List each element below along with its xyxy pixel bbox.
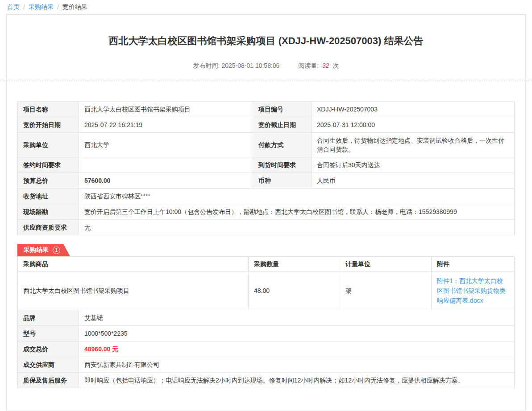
- detail-label-deal-price: 成交总价: [18, 341, 79, 357]
- info-value-bid-start: 2025-07-22 16:21:19: [79, 117, 253, 133]
- breadcrumb-purchase-results-link[interactable]: 采购结果: [29, 3, 54, 11]
- purchase-result-table: 采购商品 采购数量 计量单位 附件 西北大学太白校区图书馆书架采购项目 48.0…: [17, 256, 515, 310]
- info-value-payment: 合同生效后，待货物到达指定地点、安装调试验收合格后，一次性付清合同货款。: [312, 133, 515, 157]
- detail-value-warranty: 即时响应（包括电话响应）；电话响应无法解决2小时内到达现场。修复时间12小时内解…: [79, 373, 515, 388]
- info-label-budget: 预算总价: [18, 173, 79, 189]
- info-value-project-no: XDJJ-HW-202507003: [312, 102, 515, 117]
- info-label-purchaser: 采购单位: [18, 133, 79, 157]
- table-row: 成交总价 48960.00 元: [18, 341, 515, 357]
- result-col-attachment: 附件: [432, 257, 515, 271]
- table-row: 预算总价 57600.00 币种 人民币: [18, 173, 515, 189]
- table-row: 采购单位 西北大学 付款方式 合同生效后，待货物到达指定地点、安装调试验收合格后…: [18, 133, 515, 157]
- purchase-result-badge: 采购结果 1: [17, 244, 70, 256]
- info-label-delivery-time: 到货时间要求: [253, 157, 312, 173]
- breadcrumb-current: 竞价结果: [62, 3, 87, 11]
- info-label-currency: 币种: [253, 173, 312, 189]
- breadcrumb-separator: /: [23, 4, 25, 11]
- result-col-unit: 计量单位: [340, 257, 432, 271]
- info-label-bid-end: 竞价截止日期: [253, 117, 312, 133]
- table-row: 成交供应商 西安弘新家具制造有限公司: [18, 357, 515, 373]
- table-row: 签约时间要求 到货时间要求 合同签订后30天内送达: [18, 157, 515, 173]
- table-row: 竞价开始日期 2025-07-22 16:21:19 竞价截止日期 2025-0…: [18, 117, 515, 133]
- page-title: 西北大学太白校区图书馆书架采购项目 (XDJJ-HW-202507003) 结果…: [44, 35, 488, 47]
- deal-price-amount: 48960.00: [84, 345, 110, 353]
- result-col-quantity: 采购数量: [249, 257, 340, 271]
- deal-price-unit: 元: [112, 345, 118, 353]
- table-row: 西北大学太白校区图书馆书架采购项目 48.00 架 附件1：西北大学太白校区图书…: [18, 271, 515, 310]
- dashed-divider: [0, 81, 532, 81]
- info-value-bid-end: 2025-07-31 12:00:00: [312, 117, 515, 133]
- info-label-address: 收货地址: [18, 189, 79, 204]
- table-row: 品牌 艾基锘: [18, 310, 515, 326]
- result-product: 西北大学太白校区图书馆书架采购项目: [18, 271, 249, 310]
- detail-label-warranty: 质保及售后服务: [18, 373, 79, 388]
- info-label-payment: 付款方式: [253, 133, 312, 157]
- purchase-result-badge-label: 采购结果: [24, 246, 49, 254]
- info-value-budget: 57600.00: [79, 173, 253, 189]
- table-row: 项目名称 西北大学太白校区图书馆书架采购项目 项目编号 XDJJ-HW-2025…: [18, 102, 515, 117]
- detail-label-brand: 品牌: [18, 310, 79, 326]
- result-quantity: 48.00: [249, 271, 340, 310]
- table-row: 型号 1000*500*2235: [18, 326, 515, 341]
- attachment-link[interactable]: 附件1：西北大学太白校区图书馆书架采购货物类响应偏离表.docx: [437, 276, 509, 305]
- announcement-card: 西北大学太白校区图书馆书架采购项目 (XDJJ-HW-202507003) 结果…: [6, 14, 526, 411]
- publish-time-label: 发布时间:: [193, 62, 220, 69]
- detail-value-model: 1000*500*2235: [79, 326, 515, 341]
- result-unit: 架: [340, 271, 432, 310]
- views-count: 32: [322, 62, 329, 69]
- info-value-qualification: 无: [79, 220, 515, 235]
- result-col-product: 采购商品: [18, 257, 249, 271]
- info-value-project-name: 西北大学太白校区图书馆书架采购项目: [79, 102, 253, 117]
- info-label-qualification: 供应商资质要求: [18, 220, 79, 235]
- info-value-site-visit: 竞价开启后第三个工作日上午10:00（包含公告发布日），踏勘地点：西北大学太白校…: [79, 204, 515, 220]
- info-value-purchaser: 西北大学: [79, 133, 253, 157]
- article-meta: 发布时间: 2025-08-01 10:58:06 阅读量: 32 次: [17, 62, 515, 70]
- table-row: 现场踏勘 竞价开启后第三个工作日上午10:00（包含公告发布日），踏勘地点：西北…: [18, 204, 515, 220]
- info-value-currency: 人民币: [312, 173, 515, 189]
- breadcrumb: 首页 / 采购结果 / 竞价结果: [0, 0, 532, 14]
- table-row: 供应商资质要求 无: [18, 220, 515, 235]
- table-header-row: 采购商品 采购数量 计量单位 附件: [18, 257, 515, 271]
- table-row: 收货地址 陕西省西安市碑林区****: [18, 189, 515, 204]
- info-value-address: 陕西省西安市碑林区****: [79, 189, 515, 204]
- detail-value-deal-price: 48960.00 元: [79, 341, 515, 357]
- deal-details-table: 品牌 艾基锘 型号 1000*500*2235 成交总价 48960.00 元 …: [17, 310, 515, 388]
- info-label-bid-start: 竞价开始日期: [18, 117, 79, 133]
- info-label-site-visit: 现场踏勘: [18, 204, 79, 220]
- info-label-sign-time: 签约时间要求: [18, 157, 79, 173]
- views-label: 阅读量:: [298, 62, 319, 69]
- detail-value-brand: 艾基锘: [79, 310, 515, 326]
- purchase-result-count-badge: 1: [53, 247, 60, 254]
- detail-label-supplier: 成交供应商: [18, 357, 79, 373]
- views-unit: 次: [332, 62, 339, 69]
- detail-label-model: 型号: [18, 326, 79, 341]
- breadcrumb-separator: /: [57, 4, 59, 11]
- detail-value-supplier: 西安弘新家具制造有限公司: [79, 357, 515, 373]
- info-value-sign-time: [79, 157, 253, 173]
- info-label-project-name: 项目名称: [18, 102, 79, 117]
- info-value-delivery-time: 合同签订后30天内送达: [312, 157, 515, 173]
- table-row: 质保及售后服务 即时响应（包括电话响应）；电话响应无法解决2小时内到达现场。修复…: [18, 373, 515, 388]
- publish-time-value: 2025-08-01 10:58:06: [221, 62, 279, 69]
- result-attachment-cell: 附件1：西北大学太白校区图书馆书架采购货物类响应偏离表.docx: [432, 271, 515, 310]
- breadcrumb-home-link[interactable]: 首页: [7, 3, 20, 11]
- info-label-project-no: 项目编号: [253, 102, 312, 117]
- project-info-table: 项目名称 西北大学太白校区图书馆书架采购项目 项目编号 XDJJ-HW-2025…: [17, 101, 515, 235]
